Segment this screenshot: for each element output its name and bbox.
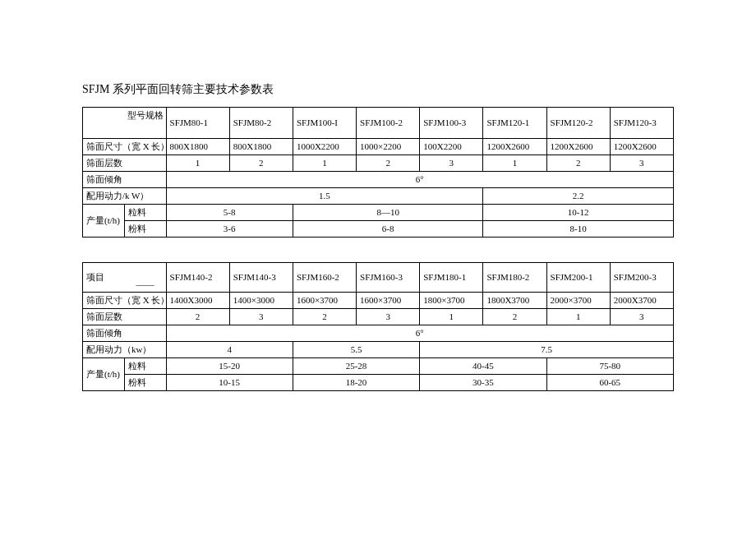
cell: 粒料 <box>124 357 166 374</box>
table-row: 粉料 10-15 18-20 30-35 60-65 <box>83 374 674 390</box>
cell: 筛面层数 <box>83 155 167 171</box>
cell: 3 <box>229 308 293 325</box>
cell: 1800×3700 <box>420 292 483 308</box>
table-row: 项目 SFJM140-2 SFJM140-3 SFJM160-2 SFJM160… <box>83 262 674 277</box>
cell: SFJM80-1 <box>166 108 229 139</box>
cell: SFJM100-3 <box>420 108 483 139</box>
cell: 3-6 <box>166 220 293 237</box>
cell: 粒料 <box>124 204 166 220</box>
cell: 2 <box>357 155 420 171</box>
cell: 8-10 <box>483 220 674 237</box>
cell: 3 <box>610 308 673 325</box>
cell: 1 <box>293 155 356 171</box>
cell: 1600×3700 <box>357 292 420 308</box>
cell: 产量(t/h) <box>83 204 125 237</box>
cell: 4 <box>166 341 293 357</box>
table-row: 筛面尺寸（宽 X 长）（mm） 800X1800 800X1800 1000X2… <box>83 138 674 155</box>
table-row: 筛面倾角 6° <box>83 171 674 187</box>
cell: SFJM100-I <box>293 108 356 139</box>
cell: 6-8 <box>293 220 483 237</box>
cell: 1.5 <box>166 187 483 204</box>
cell: SFJM160-2 <box>293 262 356 292</box>
spec-table-2: 项目 SFJM140-2 SFJM140-3 SFJM160-2 SFJM160… <box>82 262 674 391</box>
table-row: 筛面倾角 6° <box>83 325 674 341</box>
table-row: 筛面尺寸（宽 X 长）（mm） 1400X3000 1400×3000 1600… <box>83 292 674 308</box>
cell: 1000X2200 <box>293 138 356 155</box>
cell: 筛面尺寸（宽 X 长）（mm） <box>83 138 167 155</box>
cell: 1600×3700 <box>293 292 356 308</box>
cell: SFJM120-2 <box>546 108 610 139</box>
cell: 粉料 <box>124 220 166 237</box>
table-row: 型号规格 SFJM80-1 SFJM80-2 SFJM100-I SFJM100… <box>83 108 674 124</box>
cell <box>124 262 166 277</box>
table-row: 筛面层数 1 2 1 2 3 1 2 3 <box>83 155 674 171</box>
cell: SFJM160-3 <box>357 262 420 292</box>
cell: 筛面倾角 <box>83 325 167 341</box>
cell: 15-20 <box>166 357 293 374</box>
cell: 2 <box>166 308 229 325</box>
cell: 筛面倾角 <box>83 171 167 187</box>
cell: —— <box>124 277 166 292</box>
cell: 800X1800 <box>166 138 229 155</box>
cell: 1200X2600 <box>610 138 673 155</box>
cell: 1200X2600 <box>546 138 610 155</box>
cell: 800X1800 <box>229 138 293 155</box>
spec-table-1: 型号规格 SFJM80-1 SFJM80-2 SFJM100-I SFJM100… <box>82 107 674 238</box>
cell: 3 <box>420 155 483 171</box>
cell: 2000×3700 <box>546 292 610 308</box>
cell: SFJM120-3 <box>610 108 673 139</box>
cell: 2 <box>546 155 610 171</box>
cell: 型号规格 <box>124 108 166 124</box>
cell: 1 <box>483 155 546 171</box>
cell: 40-45 <box>420 357 546 374</box>
cell: SFJM140-3 <box>229 262 293 292</box>
cell: SFJM180-2 <box>483 262 546 292</box>
cell: 1800X3700 <box>483 292 546 308</box>
cell: 配用动力/k W） <box>83 187 167 204</box>
cell: 2.2 <box>483 187 674 204</box>
cell: 1 <box>420 308 483 325</box>
cell: 1400X3000 <box>166 292 229 308</box>
table-row: 配用动力（kw） 4 5.5 7.5 <box>83 341 674 357</box>
cell: 筛面尺寸（宽 X 长）（mm） <box>83 292 167 308</box>
table-row: 配用动力/k W） 1.5 2.2 <box>83 187 674 204</box>
cell: 2000X3700 <box>610 292 673 308</box>
cell: 6° <box>166 171 673 187</box>
cell: 60-65 <box>546 374 673 390</box>
cell: SFJM140-2 <box>166 262 229 292</box>
cell: 2 <box>229 155 293 171</box>
cell: 1 <box>546 308 610 325</box>
table-row: 筛面层数 2 3 2 3 1 2 1 3 <box>83 308 674 325</box>
cell: 18-20 <box>293 374 419 390</box>
cell: 产量(t/h) <box>83 357 125 390</box>
cell: SFJM100-2 <box>357 108 420 139</box>
cell: 3 <box>357 308 420 325</box>
cell: SFJM120-1 <box>483 108 546 139</box>
cell: SFJM180-1 <box>420 262 483 292</box>
cell: 1000×2200 <box>357 138 420 155</box>
cell: SFJM200-1 <box>546 262 610 292</box>
cell: 1400×3000 <box>229 292 293 308</box>
cell: SFJM200-3 <box>610 262 673 292</box>
cell: 配用动力（kw） <box>83 341 167 357</box>
cell: 100X2200 <box>420 138 483 155</box>
cell: 3 <box>610 155 673 171</box>
cell: 10-15 <box>166 374 293 390</box>
cell: 75-80 <box>546 357 673 374</box>
cell: SFJM80-2 <box>229 108 293 139</box>
cell <box>83 108 125 139</box>
cell: 7.5 <box>420 341 674 357</box>
cell: 粉料 <box>124 374 166 390</box>
cell: 25-28 <box>293 357 419 374</box>
page-title: SFJM 系列平面回转筛主要技术参数表 <box>82 82 674 97</box>
cell: 项目 <box>83 262 125 292</box>
cell: 5.5 <box>293 341 419 357</box>
cell: 6° <box>166 325 673 341</box>
cell: 筛面层数 <box>83 308 167 325</box>
cell: 10-12 <box>483 204 674 220</box>
cell: 2 <box>483 308 546 325</box>
table-row: 产量(t/h) 粒料 5-8 8—10 10-12 <box>83 204 674 220</box>
cell: 8—10 <box>293 204 483 220</box>
cell: 1200X2600 <box>483 138 546 155</box>
cell: 2 <box>293 308 356 325</box>
